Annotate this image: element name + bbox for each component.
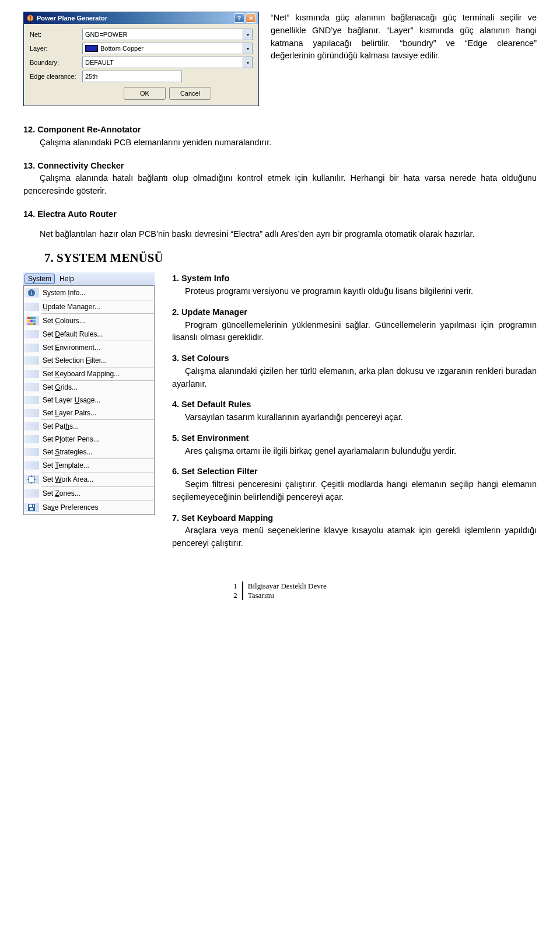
edge-clearance-input[interactable]: 25th: [82, 71, 182, 82]
svg-text:i: i: [31, 290, 33, 296]
menu-item[interactable]: Save Preferences: [24, 500, 154, 514]
close-button[interactable]: ✕: [246, 13, 256, 23]
menu-item[interactable]: Set Layer Pairs...: [24, 407, 154, 419]
blank-icon: [24, 303, 39, 311]
blank-icon: [24, 396, 39, 404]
footer-n2: 2: [233, 591, 237, 600]
description-block: 4. Set Default RulesVarsayılan tasarım k…: [172, 398, 537, 424]
menu-item-label: Set Plotter Pens...: [43, 435, 99, 443]
menu-item[interactable]: Set Strategies...: [24, 446, 154, 458]
description-title: 7. Set Keyboard Mapping: [172, 513, 273, 523]
description-body: Çalışma alanındaki çizilen her türlü ele…: [172, 366, 537, 388]
colours-icon: [24, 316, 39, 325]
blank-icon: [24, 435, 39, 443]
footer: 1 2 Bilgisayar Destekli Devre Tasarımı: [23, 582, 537, 600]
sec14-title: 14. Electra Auto Router: [23, 209, 117, 219]
menu-item-label: Set Selection Filter...: [43, 356, 107, 365]
description-body: Ares çalışma ortamı ile ilgili birkaç ge…: [172, 446, 456, 456]
blank-icon: [24, 356, 39, 365]
blank-icon: [24, 383, 39, 391]
blank-icon: [24, 409, 39, 417]
description-title: 4. Set Default Rules: [172, 400, 251, 409]
system-menu-screenshot: System Help iSystem Info...Update Manage…: [23, 272, 155, 515]
menu-item[interactable]: Set Colours...: [24, 314, 154, 328]
menu-item-label: System Info...: [43, 289, 85, 297]
boundary-combo[interactable]: DEFAULT ▾: [82, 57, 253, 68]
menu-item-label: Set Colours...: [43, 317, 85, 325]
dialog-titlebar: Power Plane Generator ? ✕: [24, 12, 258, 24]
menubar-system-label: System: [28, 275, 51, 283]
description-block: 2. Update ManagerProgram güncellemelerin…: [172, 306, 537, 344]
menubar-help[interactable]: Help: [56, 274, 78, 284]
help-button[interactable]: ?: [234, 13, 244, 23]
svg-rect-7: [30, 320, 33, 322]
sec13-title: 13. Connectivity Checker: [23, 161, 124, 170]
info-icon: i: [24, 288, 39, 297]
boundary-label: Boundary:: [30, 59, 82, 66]
svg-rect-11: [33, 323, 36, 325]
svg-rect-8: [33, 320, 36, 322]
app-icon: [26, 14, 34, 22]
description-block: 3. Set ColoursÇalışma alanındaki çizilen…: [172, 352, 537, 390]
menu-item-label: Set Layer Usage...: [43, 396, 100, 404]
menu-item-label: Set Strategies...: [43, 448, 92, 456]
menu-item[interactable]: Set Work Area...: [24, 472, 154, 486]
menu-item[interactable]: Set Paths...: [24, 420, 154, 433]
menu-item[interactable]: Set Plotter Pens...: [24, 433, 154, 446]
description-title: 6. Set Selection Filter: [172, 467, 258, 476]
description-body: Program güncellemelerinin yüklenmesini s…: [172, 320, 537, 342]
work-icon: [24, 475, 39, 484]
menu-item[interactable]: Set Layer Usage...: [24, 394, 154, 407]
svg-rect-4: [30, 317, 33, 319]
ok-button[interactable]: OK: [124, 87, 166, 100]
edge-label: Edge clearance:: [30, 73, 82, 80]
menu-item-label: Set Default Rules...: [43, 330, 103, 338]
menu-item-label: Set Paths...: [43, 422, 79, 430]
chevron-down-icon: ▾: [243, 29, 252, 40]
description-title: 1. System Info: [172, 274, 229, 283]
menu-item[interactable]: Update Manager...: [24, 300, 154, 313]
sec13-body: Çalışma alanında hatalı bağlantı olup ol…: [23, 173, 537, 195]
menu-item[interactable]: Set Zones...: [24, 487, 154, 500]
menu-item[interactable]: Set Grids...: [24, 381, 154, 394]
dialog-title: Power Plane Generator: [37, 15, 107, 22]
svg-rect-3: [27, 317, 30, 319]
menubar-help-label: Help: [60, 275, 74, 283]
layer-swatch-icon: [85, 45, 98, 52]
blank-icon: [24, 461, 39, 470]
net-combo[interactable]: GND=POWER ▾: [82, 29, 253, 40]
description-body: Araçlara veya menü seçeneklerine klavye …: [172, 526, 537, 548]
chevron-down-icon: ▾: [243, 57, 252, 68]
menu-item[interactable]: Set Default Rules...: [24, 328, 154, 341]
description-block: 6. Set Selection FilterSeçim filtresi pe…: [172, 465, 537, 503]
menu-item[interactable]: Set Template...: [24, 459, 154, 472]
blank-icon: [24, 330, 39, 338]
layer-combo[interactable]: Bottom Copper ▾: [82, 43, 253, 54]
menu-item[interactable]: Set Selection Filter...: [24, 354, 154, 367]
menu-item-label: Update Manager...: [43, 303, 100, 311]
svg-rect-15: [30, 508, 33, 510]
blank-icon: [24, 370, 39, 378]
menu-item[interactable]: Set Keyboard Mapping...: [24, 367, 154, 380]
menu-item-label: Set Template...: [43, 461, 89, 470]
svg-rect-9: [27, 323, 30, 325]
footer-n1: 1: [233, 582, 237, 591]
menu-item[interactable]: Set Environment...: [24, 341, 154, 354]
description-title: 3. Set Colours: [172, 353, 229, 363]
svg-rect-12: [29, 477, 34, 482]
net-label: Net:: [30, 31, 82, 38]
section-7-heading: 7. SYSTEM MENÜSÜ: [44, 251, 537, 265]
description-body: Proteus programı versiyonu ve programın …: [172, 286, 473, 296]
top-paragraph: “Net” kısmında güç alanının bağlanacağı …: [271, 12, 537, 62]
description-body: Seçim filtresi penceresini çalıştırır. Ç…: [172, 479, 537, 502]
footer-l1: Bilgisayar Destekli Devre: [248, 582, 327, 591]
menu-item[interactable]: iSystem Info...: [24, 286, 154, 300]
sec14-body: Net bağlantıları hazır olan PCB’nin bask…: [40, 229, 474, 239]
chevron-down-icon: ▾: [243, 43, 252, 54]
cancel-button[interactable]: Cancel: [169, 87, 211, 100]
menubar-system[interactable]: System: [24, 274, 55, 284]
ok-label: OK: [140, 90, 149, 97]
description-block: 5. Set EnvironmentAres çalışma ortamı il…: [172, 432, 537, 458]
sec12-body: Çalışma alanındaki PCB elemanlarını yeni…: [23, 136, 537, 149]
blank-icon: [24, 422, 39, 430]
